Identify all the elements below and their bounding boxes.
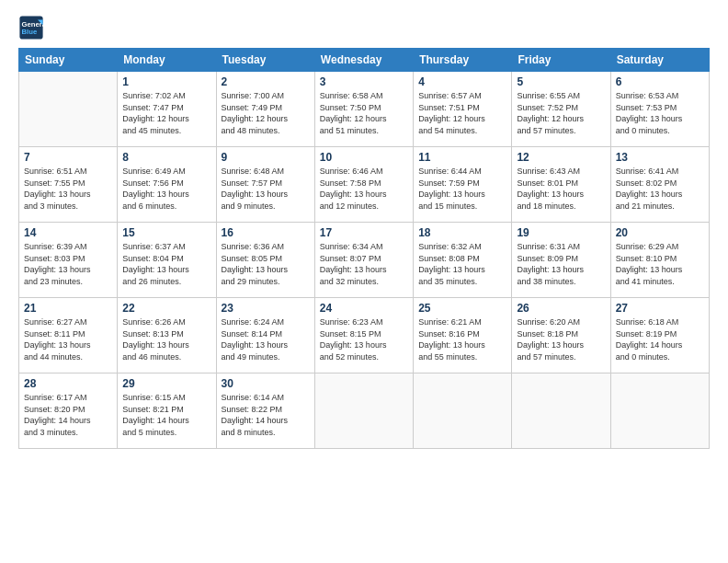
calendar-page: General Blue SundayMondayTuesdayWednesda… xyxy=(0,0,728,563)
week-row-1: 1Sunrise: 7:02 AMSunset: 7:47 PMDaylight… xyxy=(19,72,710,147)
day-cell: 13Sunrise: 6:41 AMSunset: 8:02 PMDayligh… xyxy=(610,147,709,223)
day-cell: 16Sunrise: 6:36 AMSunset: 8:05 PMDayligh… xyxy=(216,223,314,298)
day-number: 15 xyxy=(122,226,210,239)
day-cell: 17Sunrise: 6:34 AMSunset: 8:07 PMDayligh… xyxy=(314,223,413,298)
header-row: SundayMondayTuesdayWednesdayThursdayFrid… xyxy=(19,49,710,72)
day-cell: 3Sunrise: 6:58 AMSunset: 7:50 PMDaylight… xyxy=(314,72,413,147)
day-cell xyxy=(19,72,118,147)
day-cell: 18Sunrise: 6:32 AMSunset: 8:08 PMDayligh… xyxy=(414,223,512,298)
day-info: Sunrise: 6:24 AMSunset: 8:14 PMDaylight:… xyxy=(222,316,310,362)
day-cell xyxy=(610,373,709,449)
day-number: 20 xyxy=(616,226,704,239)
day-number: 11 xyxy=(418,151,506,164)
day-header-monday: Monday xyxy=(118,49,216,72)
day-info: Sunrise: 6:26 AMSunset: 8:13 PMDaylight:… xyxy=(122,316,210,362)
day-cell: 29Sunrise: 6:15 AMSunset: 8:21 PMDayligh… xyxy=(118,373,216,449)
day-number: 23 xyxy=(222,302,310,315)
logo: General Blue xyxy=(18,15,48,40)
day-number: 12 xyxy=(517,151,605,164)
day-info: Sunrise: 6:44 AMSunset: 7:59 PMDaylight:… xyxy=(418,166,506,212)
day-cell: 24Sunrise: 6:23 AMSunset: 8:15 PMDayligh… xyxy=(314,298,413,373)
day-cell: 10Sunrise: 6:46 AMSunset: 7:58 PMDayligh… xyxy=(314,147,413,223)
day-number: 17 xyxy=(320,226,408,239)
day-cell: 14Sunrise: 6:39 AMSunset: 8:03 PMDayligh… xyxy=(19,223,118,298)
day-cell: 11Sunrise: 6:44 AMSunset: 7:59 PMDayligh… xyxy=(414,147,512,223)
day-info: Sunrise: 6:55 AMSunset: 7:52 PMDaylight:… xyxy=(517,90,605,136)
day-number: 16 xyxy=(222,226,310,239)
day-info: Sunrise: 7:02 AMSunset: 7:47 PMDaylight:… xyxy=(122,90,210,136)
week-row-3: 14Sunrise: 6:39 AMSunset: 8:03 PMDayligh… xyxy=(19,223,710,298)
day-cell xyxy=(512,373,610,449)
day-info: Sunrise: 6:23 AMSunset: 8:15 PMDaylight:… xyxy=(320,316,408,362)
day-info: Sunrise: 6:27 AMSunset: 8:11 PMDaylight:… xyxy=(24,316,112,362)
day-number: 27 xyxy=(616,302,704,315)
day-info: Sunrise: 6:37 AMSunset: 8:04 PMDaylight:… xyxy=(122,241,210,287)
day-info: Sunrise: 6:18 AMSunset: 8:19 PMDaylight:… xyxy=(616,316,704,362)
day-info: Sunrise: 6:51 AMSunset: 7:55 PMDaylight:… xyxy=(24,166,112,212)
day-cell: 2Sunrise: 7:00 AMSunset: 7:49 PMDaylight… xyxy=(216,72,314,147)
day-header-thursday: Thursday xyxy=(414,49,512,72)
day-cell xyxy=(414,373,512,449)
day-cell: 5Sunrise: 6:55 AMSunset: 7:52 PMDaylight… xyxy=(512,72,610,147)
day-cell: 23Sunrise: 6:24 AMSunset: 8:14 PMDayligh… xyxy=(216,298,314,373)
day-header-saturday: Saturday xyxy=(610,49,709,72)
day-cell: 21Sunrise: 6:27 AMSunset: 8:11 PMDayligh… xyxy=(19,298,118,373)
week-row-2: 7Sunrise: 6:51 AMSunset: 7:55 PMDaylight… xyxy=(19,147,710,223)
day-number: 8 xyxy=(122,151,210,164)
day-cell: 26Sunrise: 6:20 AMSunset: 8:18 PMDayligh… xyxy=(512,298,610,373)
day-cell: 4Sunrise: 6:57 AMSunset: 7:51 PMDaylight… xyxy=(414,72,512,147)
day-header-wednesday: Wednesday xyxy=(314,49,413,72)
day-cell: 20Sunrise: 6:29 AMSunset: 8:10 PMDayligh… xyxy=(610,223,709,298)
day-info: Sunrise: 6:14 AMSunset: 8:22 PMDaylight:… xyxy=(222,392,310,438)
day-cell: 9Sunrise: 6:48 AMSunset: 7:57 PMDaylight… xyxy=(216,147,314,223)
week-row-4: 21Sunrise: 6:27 AMSunset: 8:11 PMDayligh… xyxy=(19,298,710,373)
day-cell xyxy=(314,373,413,449)
logo-icon: General Blue xyxy=(18,15,44,40)
day-number: 14 xyxy=(24,226,112,239)
day-info: Sunrise: 6:34 AMSunset: 8:07 PMDaylight:… xyxy=(320,241,408,287)
day-cell: 25Sunrise: 6:21 AMSunset: 8:16 PMDayligh… xyxy=(414,298,512,373)
day-number: 9 xyxy=(222,151,310,164)
day-number: 21 xyxy=(24,302,112,315)
day-number: 25 xyxy=(418,302,506,315)
day-info: Sunrise: 6:21 AMSunset: 8:16 PMDaylight:… xyxy=(418,316,506,362)
day-number: 18 xyxy=(418,226,506,239)
day-info: Sunrise: 6:46 AMSunset: 7:58 PMDaylight:… xyxy=(320,166,408,212)
day-number: 4 xyxy=(418,75,506,88)
day-number: 26 xyxy=(517,302,605,315)
header: General Blue xyxy=(18,15,710,40)
day-cell: 15Sunrise: 6:37 AMSunset: 8:04 PMDayligh… xyxy=(118,223,216,298)
day-info: Sunrise: 6:39 AMSunset: 8:03 PMDaylight:… xyxy=(24,241,112,287)
day-info: Sunrise: 6:17 AMSunset: 8:20 PMDaylight:… xyxy=(24,392,112,438)
day-info: Sunrise: 6:32 AMSunset: 8:08 PMDaylight:… xyxy=(418,241,506,287)
day-number: 19 xyxy=(517,226,605,239)
day-number: 5 xyxy=(517,75,605,88)
day-cell: 22Sunrise: 6:26 AMSunset: 8:13 PMDayligh… xyxy=(118,298,216,373)
day-info: Sunrise: 6:48 AMSunset: 7:57 PMDaylight:… xyxy=(222,166,310,212)
day-number: 13 xyxy=(616,151,704,164)
day-info: Sunrise: 6:41 AMSunset: 8:02 PMDaylight:… xyxy=(616,166,704,212)
day-cell: 27Sunrise: 6:18 AMSunset: 8:19 PMDayligh… xyxy=(610,298,709,373)
day-info: Sunrise: 6:36 AMSunset: 8:05 PMDaylight:… xyxy=(222,241,310,287)
day-header-tuesday: Tuesday xyxy=(216,49,314,72)
day-info: Sunrise: 6:53 AMSunset: 7:53 PMDaylight:… xyxy=(616,90,704,136)
day-number: 1 xyxy=(122,75,210,88)
week-row-5: 28Sunrise: 6:17 AMSunset: 8:20 PMDayligh… xyxy=(19,373,710,449)
day-number: 28 xyxy=(24,377,112,390)
day-number: 3 xyxy=(320,75,408,88)
day-info: Sunrise: 6:58 AMSunset: 7:50 PMDaylight:… xyxy=(320,90,408,136)
day-number: 29 xyxy=(122,377,210,390)
day-number: 2 xyxy=(222,75,310,88)
day-cell: 19Sunrise: 6:31 AMSunset: 8:09 PMDayligh… xyxy=(512,223,610,298)
day-cell: 30Sunrise: 6:14 AMSunset: 8:22 PMDayligh… xyxy=(216,373,314,449)
day-number: 7 xyxy=(24,151,112,164)
day-info: Sunrise: 6:20 AMSunset: 8:18 PMDaylight:… xyxy=(517,316,605,362)
day-info: Sunrise: 6:57 AMSunset: 7:51 PMDaylight:… xyxy=(418,90,506,136)
day-info: Sunrise: 6:43 AMSunset: 8:01 PMDaylight:… xyxy=(517,166,605,212)
day-number: 10 xyxy=(320,151,408,164)
svg-text:Blue: Blue xyxy=(22,28,38,36)
day-cell: 28Sunrise: 6:17 AMSunset: 8:20 PMDayligh… xyxy=(19,373,118,449)
day-header-sunday: Sunday xyxy=(19,49,118,72)
day-cell: 12Sunrise: 6:43 AMSunset: 8:01 PMDayligh… xyxy=(512,147,610,223)
day-info: Sunrise: 6:15 AMSunset: 8:21 PMDaylight:… xyxy=(122,392,210,438)
